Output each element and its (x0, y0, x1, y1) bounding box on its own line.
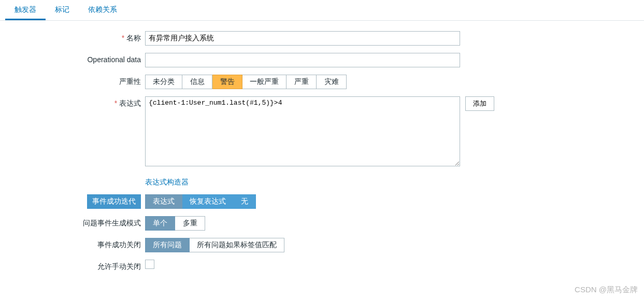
severity-opt-warning[interactable]: 警告 (212, 75, 242, 89)
severity-opt-average[interactable]: 一般严重 (242, 75, 287, 89)
tab-deps[interactable]: 依赖关系 (79, 0, 126, 20)
row-ok-close: 事件成功关闭 所有问题 所有问题如果标签值匹配 (5, 238, 632, 252)
expression-label: 表达式 (5, 96, 145, 108)
severity-opt-unclassified[interactable]: 未分类 (145, 75, 182, 89)
ok-iter-opt-expression[interactable]: 表达式 (145, 194, 182, 209)
gen-mode-label: 问题事件生成模式 (5, 216, 145, 228)
name-input[interactable] (145, 31, 460, 46)
ok-iter-label: 事件成功迭代 (87, 194, 141, 209)
tabs: 触发器 标记 依赖关系 (0, 0, 644, 21)
row-gen-mode: 问题事件生成模式 单个 多重 (5, 216, 632, 231)
row-expression: 表达式 添加 表达式构造器 (5, 96, 632, 187)
severity-label: 严重性 (5, 75, 145, 87)
row-ok-iteration: 事件成功迭代 表达式 恢复表达式 无 (5, 194, 632, 209)
expression-builder-link[interactable]: 表达式构造器 (145, 175, 189, 187)
ok-iter-label-cell: 事件成功迭代 (5, 194, 145, 209)
row-severity: 严重性 未分类 信息 警告 一般严重 严重 灾难 (5, 75, 632, 89)
ok-iter-opt-none[interactable]: 无 (234, 194, 256, 209)
severity-opt-disaster[interactable]: 灾难 (317, 75, 347, 89)
ok-iter-group: 表达式 恢复表达式 无 (145, 194, 256, 209)
severity-opt-information[interactable]: 信息 (182, 75, 212, 89)
opdata-label: Operational data (5, 53, 145, 64)
name-label: 名称 (5, 31, 145, 43)
expression-textarea[interactable] (145, 96, 460, 166)
ok-close-opt-tagmatch[interactable]: 所有问题如果标签值匹配 (190, 238, 284, 252)
severity-opt-high[interactable]: 严重 (287, 75, 317, 89)
severity-group: 未分类 信息 警告 一般严重 严重 灾难 (145, 75, 347, 89)
gen-mode-opt-multiple[interactable]: 多重 (175, 216, 205, 231)
row-manual-close: 允许手动关闭 (5, 260, 632, 272)
row-name: 名称 (5, 31, 632, 46)
ok-close-label: 事件成功关闭 (5, 238, 145, 250)
add-button[interactable]: 添加 (465, 96, 494, 111)
row-opdata: Operational data (5, 53, 632, 67)
tab-trigger[interactable]: 触发器 (5, 0, 46, 20)
manual-close-checkbox[interactable] (145, 260, 154, 269)
ok-close-group: 所有问题 所有问题如果标签值匹配 (145, 238, 284, 252)
ok-iter-opt-recovery[interactable]: 恢复表达式 (182, 194, 234, 209)
opdata-input[interactable] (145, 53, 460, 67)
ok-close-opt-all[interactable]: 所有问题 (145, 238, 190, 252)
manual-close-label: 允许手动关闭 (5, 260, 145, 272)
tab-tags[interactable]: 标记 (46, 0, 79, 20)
form: 名称 Operational data 严重性 未分类 信息 警告 一般严重 严… (0, 21, 637, 299)
gen-mode-group: 单个 多重 (145, 216, 205, 231)
gen-mode-opt-single[interactable]: 单个 (145, 216, 175, 231)
